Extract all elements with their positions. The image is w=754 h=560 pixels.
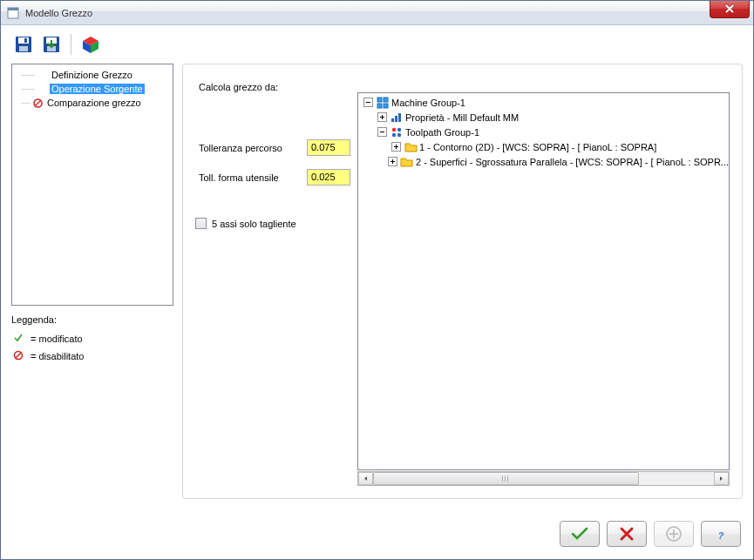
left-column: ┈┈┈ Definizione Grezzo ┈┈┈ Operazione So…: [11, 64, 173, 509]
nav-label: Definizione Grezzo: [50, 70, 134, 80]
svg-point-26: [397, 132, 401, 136]
scroll-left-button[interactable]: [358, 472, 373, 485]
svg-line-13: [35, 100, 40, 105]
svg-text:?: ?: [718, 530, 724, 541]
save-as-button[interactable]: [39, 32, 64, 57]
settings-panel: Calcola grezzo da: Tolleranza percorso 0…: [182, 64, 743, 499]
scroll-thumb[interactable]: [373, 472, 639, 485]
svg-rect-19: [384, 104, 388, 108]
nav-item-operazione[interactable]: ┈┈┈ Operazione Sorgente: [14, 82, 171, 96]
help-button[interactable]: ?: [701, 521, 741, 547]
legend-disabled: = disabilitato: [11, 347, 173, 365]
tree-connector: ┈┈┈: [21, 71, 34, 80]
svg-rect-21: [395, 116, 397, 122]
tree-row-op2[interactable]: 2 - Superfici - Sgrossatura Parallela - …: [360, 154, 729, 169]
tree-row-op1[interactable]: 1 - Contorno (2D) - [WCS: SOPRA] - [ Pia…: [360, 139, 729, 154]
horizontal-scrollbar[interactable]: [357, 471, 730, 486]
disabled-icon: [13, 350, 24, 362]
svg-point-23: [392, 127, 396, 131]
tree-label: 2 - Superfici - Sgrossatura Parallela - …: [416, 157, 729, 167]
save-button[interactable]: [11, 32, 36, 57]
nav-tree[interactable]: ┈┈┈ Definizione Grezzo ┈┈┈ Operazione So…: [11, 64, 173, 306]
nav-label: Operazione Sorgente: [50, 84, 145, 94]
close-button[interactable]: [710, 1, 750, 18]
app-icon: [6, 6, 20, 20]
svg-rect-17: [384, 98, 388, 102]
svg-rect-5: [24, 38, 27, 43]
five-axis-label: 5 assi solo tagliente: [212, 219, 296, 229]
right-column: Calcola grezzo da: Tolleranza percorso 0…: [182, 64, 743, 509]
nav-item-comparazione[interactable]: ┈┈ Comparazione grezzo: [14, 96, 171, 110]
scroll-right-button[interactable]: [714, 472, 729, 485]
window: Modello Grezzo ┈┈┈ Definizione Grezzo: [0, 0, 754, 560]
window-title: Modello Grezzo: [25, 8, 92, 18]
ok-button[interactable]: [560, 521, 600, 547]
toolbar: [1, 25, 753, 60]
row-tolleranza-percorso: Tolleranza percorso 0.075: [199, 139, 350, 156]
legend-disabled-label: = disabilitato: [31, 351, 84, 361]
tol-tool-label: Toll. forma utensile: [199, 172, 296, 183]
svg-rect-1: [8, 8, 18, 10]
add-button: [654, 521, 694, 547]
row-toll-forma-utensile: Toll. forma utensile 0.025: [199, 169, 350, 186]
tree-row-machine-group[interactable]: Machine Group-1: [360, 95, 729, 110]
calc-from-label: Calcola grezzo da:: [199, 82, 278, 92]
body: ┈┈┈ Definizione Grezzo ┈┈┈ Operazione So…: [1, 60, 753, 516]
expand-icon[interactable]: [377, 112, 387, 122]
cancel-button[interactable]: [607, 521, 647, 547]
nav-label: Comparazione grezzo: [45, 98, 143, 108]
tol-path-label: Tolleranza percorso: [199, 143, 296, 153]
tree-label: 1 - Contorno (2D) - [WCS: SOPRA] - [ Pia…: [419, 142, 656, 152]
dots-icon: [390, 126, 404, 138]
collapse-icon[interactable]: [377, 127, 387, 137]
legend-modified-label: = modificato: [31, 334, 83, 344]
tree-row-properties[interactable]: Proprietà - Mill Default MM: [360, 110, 729, 125]
svg-rect-4: [19, 46, 28, 51]
folder-icon: [400, 157, 414, 167]
titlebar: Modello Grezzo: [1, 1, 753, 25]
svg-rect-20: [391, 118, 394, 122]
tree-label: Machine Group-1: [391, 98, 465, 108]
svg-rect-3: [18, 37, 29, 44]
svg-line-15: [16, 353, 21, 358]
scroll-track[interactable]: [373, 472, 714, 485]
operations-tree[interactable]: Machine Group-1 Proprietà - Mill Default…: [357, 92, 730, 470]
tree-connector: ┈┈: [21, 98, 30, 108]
toolbar-separator: [71, 34, 71, 55]
properties-icon: [390, 112, 404, 123]
expand-icon[interactable]: [388, 157, 397, 166]
collapse-icon[interactable]: [363, 98, 373, 107]
check-icon: [13, 333, 24, 345]
svg-rect-18: [377, 104, 382, 108]
cube-button[interactable]: [78, 32, 103, 57]
disabled-icon: [31, 98, 44, 108]
legend-title: Leggenda:: [11, 314, 173, 325]
footer: ?: [1, 516, 753, 559]
svg-rect-22: [398, 113, 401, 122]
svg-point-24: [397, 127, 401, 131]
tol-tool-input[interactable]: 0.025: [307, 169, 350, 186]
tree-row-toolpath-group[interactable]: Toolpath Group-1: [360, 125, 729, 139]
legend: Leggenda: = modificato = disabilitato: [11, 313, 173, 367]
svg-point-25: [392, 132, 396, 136]
tree-connector: ┈┈┈: [21, 84, 34, 94]
five-axis-checkbox[interactable]: [195, 218, 207, 229]
svg-rect-16: [377, 98, 382, 102]
nav-item-definizione[interactable]: ┈┈┈ Definizione Grezzo: [14, 68, 171, 82]
tree-label: Proprietà - Mill Default MM: [405, 112, 519, 123]
grid-icon: [376, 97, 390, 109]
tol-path-input[interactable]: 0.075: [307, 139, 350, 156]
legend-modified: = modificato: [11, 330, 173, 347]
five-axis-row[interactable]: 5 assi solo tagliente: [195, 218, 296, 229]
tree-label: Toolpath Group-1: [405, 127, 479, 138]
folder-icon: [404, 142, 418, 152]
expand-icon[interactable]: [391, 142, 401, 152]
